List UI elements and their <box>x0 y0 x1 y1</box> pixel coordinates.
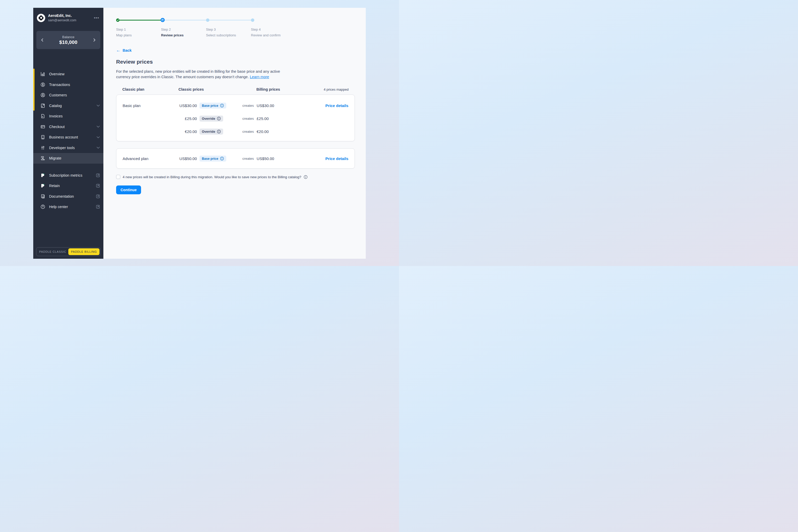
paddle-classic-toggle[interactable]: PADDLE CLASSIC <box>37 248 68 255</box>
developer-tools-icon <box>40 145 45 150</box>
chevron-down-icon <box>97 147 100 149</box>
org-switcher[interactable]: AeroEdit, Inc. sam@aeroedit.com ••• <box>33 8 103 22</box>
continue-button[interactable]: Continue <box>116 186 141 194</box>
save-prices-checkbox[interactable] <box>116 175 120 179</box>
sidebar-item-help-center[interactable]: Help center <box>33 202 103 212</box>
migration-stepper: Step 1 Map plans Step 2 Review prices St… <box>116 18 355 36</box>
info-icon[interactable] <box>217 130 221 134</box>
info-icon[interactable] <box>217 117 221 120</box>
page-title: Review prices <box>116 59 355 65</box>
info-icon[interactable] <box>304 175 307 179</box>
prices-mapped-count: 4 prices mapped <box>324 88 348 92</box>
column-classic-prices: Classic prices <box>178 87 256 92</box>
balance-amount: $10,000 <box>59 39 77 45</box>
customers-icon <box>40 93 45 98</box>
chevron-right-icon[interactable] <box>91 37 98 43</box>
price-row: Advanced plan US$50.00 Base price create… <box>122 156 348 161</box>
sidebar-item-label: Overview <box>49 72 100 76</box>
profitwell-icon <box>40 183 45 188</box>
overview-icon <box>40 72 45 77</box>
column-billing-prices: Billing prices <box>256 87 324 92</box>
billing-price: €20.00 <box>254 129 348 134</box>
check-icon <box>117 19 119 21</box>
price-row: £25.00 Override creates £25.00 <box>122 116 348 121</box>
learn-more-link[interactable]: Learn more <box>250 75 269 79</box>
main-content: Step 1 Map plans Step 2 Review prices St… <box>103 8 366 259</box>
plan-name: Advanced plan <box>122 156 162 161</box>
app-window: AeroEdit, Inc. sam@aeroedit.com ••• Bala… <box>33 8 366 259</box>
external-link-icon <box>96 194 100 198</box>
sidebar-item-retain[interactable]: Retain <box>33 180 103 191</box>
sidebar-item-label: Retain <box>49 184 96 188</box>
invoices-icon <box>40 114 45 119</box>
sidebar-item-invoices[interactable]: Invoices <box>33 111 103 121</box>
chevron-left-icon[interactable] <box>39 37 46 43</box>
step-2-label: Step 2 Review prices <box>161 27 184 37</box>
chevron-down-icon <box>97 126 100 128</box>
paddle-billing-toggle[interactable]: PADDLE BILLING <box>68 248 99 255</box>
base-price-tag: Base price <box>200 156 226 162</box>
price-details-link[interactable]: Price details <box>325 103 348 108</box>
sidebar-item-label: Transactions <box>49 82 100 87</box>
sidebar-item-label: Documentation <box>49 194 96 198</box>
external-link-icon <box>96 173 100 177</box>
creates-label: creates <box>240 157 254 160</box>
sidebar-item-label: Checkout <box>49 125 97 129</box>
migrate-icon <box>40 156 45 161</box>
transactions-icon <box>40 82 45 87</box>
info-icon[interactable] <box>220 157 224 160</box>
save-prices-row: 4 new prices will be created in Billing … <box>116 175 355 179</box>
sidebar-item-label: Catalog <box>49 103 97 108</box>
sidebar-item-label: Subscription metrics <box>49 173 96 177</box>
billing-price: US$30.00 <box>254 103 325 108</box>
step-2-dot <box>160 18 165 22</box>
sidebar-item-label: Invoices <box>49 114 100 118</box>
sidebar-item-checkout[interactable]: Checkout <box>33 121 103 132</box>
business-account-icon <box>40 135 45 140</box>
creates-label: creates <box>240 130 254 134</box>
sidebar-item-catalog[interactable]: Catalog <box>33 100 103 111</box>
step-1-label: Step 1 Map plans <box>116 27 132 37</box>
price-table-header: Classic plan Classic prices Billing pric… <box>116 87 355 92</box>
classic-price: US$30.00 <box>179 103 197 108</box>
classic-price: €20.00 <box>185 129 197 134</box>
sidebar-item-migrate[interactable]: Migrate <box>33 153 103 164</box>
step-4-dot <box>251 18 254 22</box>
back-link[interactable]: ← Back <box>116 48 132 53</box>
sidebar-item-transactions[interactable]: Transactions <box>33 79 103 90</box>
sidebar-item-label: Developer tools <box>49 146 97 150</box>
sidebar-item-business-account[interactable]: Business account <box>33 132 103 142</box>
step-1-dot <box>116 18 119 22</box>
catalog-icon <box>40 103 45 108</box>
sidebar-item-customers[interactable]: Customers <box>33 90 103 100</box>
balance-card: Balance $10,000 <box>36 31 100 49</box>
sidebar-item-subscription-metrics[interactable]: Subscription metrics <box>33 170 103 181</box>
balance-label: Balance <box>59 35 77 39</box>
info-icon[interactable] <box>220 103 224 108</box>
override-tag: Override <box>200 129 223 135</box>
sidebar-item-documentation[interactable]: Documentation <box>33 191 103 202</box>
ellipsis-icon[interactable]: ••• <box>93 17 100 19</box>
back-label: Back <box>122 48 132 53</box>
plan-card-advanced: Advanced plan US$50.00 Base price create… <box>116 148 355 169</box>
sidebar-item-label: Help center <box>49 205 96 209</box>
column-classic-plan: Classic plan <box>122 87 178 92</box>
sidebar-item-label: Customers <box>49 93 100 97</box>
help-icon <box>40 204 45 209</box>
org-logo <box>37 14 45 22</box>
external-link-icon <box>96 184 100 188</box>
classic-price: £25.00 <box>185 116 197 121</box>
step-3-label: Step 3 Select subscriptions <box>206 27 236 37</box>
step-4-label: Step 4 Review and confirm <box>251 27 281 37</box>
plan-card-basic: Basic plan US$30.00 Base price creates U… <box>116 95 355 141</box>
back-arrow-icon: ← <box>116 49 120 52</box>
creates-label: creates <box>240 117 254 120</box>
chevron-down-icon <box>97 136 100 138</box>
stepper-segment-complete <box>118 20 163 20</box>
price-details-link[interactable]: Price details <box>325 156 348 161</box>
external-link-icon <box>96 205 100 209</box>
sidebar-item-label: Migrate <box>49 156 100 160</box>
sidebar-item-developer-tools[interactable]: Developer tools <box>33 142 103 153</box>
sidebar-item-overview[interactable]: Overview <box>33 69 103 79</box>
classic-price: US$50.00 <box>179 156 197 161</box>
